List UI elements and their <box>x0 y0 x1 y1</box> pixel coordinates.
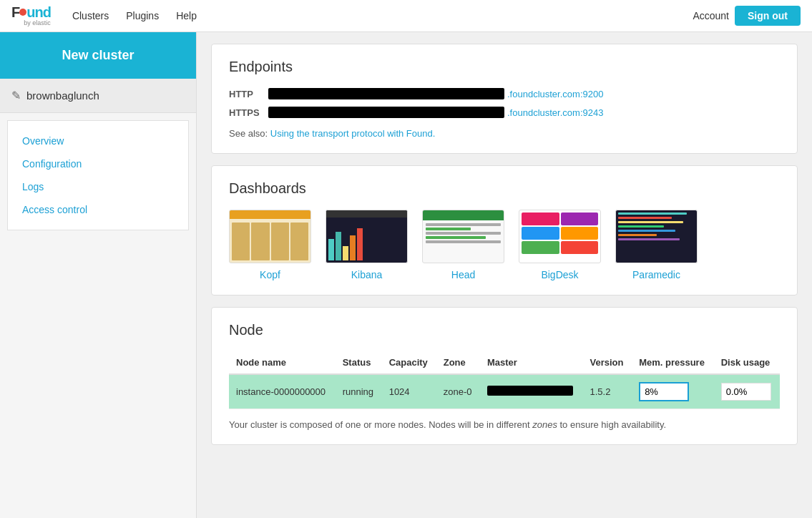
kopf-col3 <box>271 223 289 260</box>
para-line4 <box>618 225 664 228</box>
kopf-col4 <box>290 223 308 260</box>
see-also-link[interactable]: Using the transport protocol with Found. <box>270 128 436 139</box>
node-footer: Your cluster is composed of one or more … <box>229 419 780 430</box>
kopf-col1 <box>232 223 250 260</box>
kopf-thumbnail <box>229 210 311 263</box>
bigdesk-thumbnail <box>519 210 601 263</box>
mem-pressure-input[interactable] <box>639 382 689 401</box>
cluster-icon: ✎ <box>11 89 21 102</box>
kopf-content <box>230 220 310 263</box>
endpoints-card: Endpoints HTTP .foundcluster.com:9200 HT… <box>211 44 798 154</box>
kibana-body <box>326 218 407 263</box>
head-thumbnail <box>422 210 504 263</box>
nav-help[interactable]: Help <box>176 10 197 21</box>
table-row: instance-0000000000 running 1024 zone-0 … <box>229 374 780 409</box>
node-table-body: instance-0000000000 running 1024 zone-0 … <box>229 374 780 409</box>
sidebar-item-overview[interactable]: Overview <box>8 130 188 152</box>
logo-byline: by elastic <box>11 20 51 26</box>
account-link[interactable]: Account <box>693 10 729 21</box>
para-line1 <box>618 212 687 215</box>
endpoints-title: Endpoints <box>229 59 780 75</box>
head-label[interactable]: Head <box>451 269 475 280</box>
col-capacity: Capacity <box>382 351 436 374</box>
bigdesk-box2 <box>561 212 599 225</box>
bigdesk-row1 <box>522 212 598 225</box>
head-line5 <box>426 240 501 243</box>
cell-mem-pressure[interactable] <box>632 374 714 409</box>
paramedic-thumbnail <box>615 210 698 263</box>
head-line3 <box>426 232 501 235</box>
dashboard-paramedic[interactable]: Paramedic <box>615 210 698 280</box>
dashboard-kibana[interactable]: Kibana <box>326 210 408 280</box>
logo-text: Fund <box>11 5 51 19</box>
head-line2 <box>426 228 471 230</box>
nav-plugins[interactable]: Plugins <box>126 10 159 21</box>
kibana-bar3 <box>343 246 348 260</box>
bigdesk-box6 <box>561 241 599 254</box>
cluster-name: brownbaglunch <box>26 89 99 102</box>
header-right: Account Sign out <box>693 6 801 26</box>
kopf-col2 <box>251 223 269 260</box>
bigdesk-row2 <box>522 227 598 240</box>
kibana-bar2 <box>336 232 341 260</box>
para-line2 <box>618 217 672 219</box>
cell-node-name: instance-0000000000 <box>229 374 336 409</box>
layout: New cluster ✎ brownbaglunch Overview Con… <box>0 32 812 518</box>
node-table-header-row: Node name Status Capacity Zone Master Ve… <box>229 351 780 374</box>
master-redacted <box>487 386 573 396</box>
col-status: Status <box>336 351 382 374</box>
sidebar-item-logs[interactable]: Logs <box>8 175 188 198</box>
header-nav: Clusters Plugins Help <box>72 10 693 21</box>
logo-dot-icon <box>19 9 26 16</box>
logo-und: und <box>26 4 51 20</box>
kibana-thumbnail <box>326 210 408 263</box>
logo-f: F <box>11 4 19 20</box>
dashboard-head[interactable]: Head <box>422 210 504 280</box>
bigdesk-box4 <box>561 227 599 240</box>
head-line1 <box>426 223 501 226</box>
https-endpoint-row: HTTPS .foundcluster.com:9243 <box>229 107 780 118</box>
head-line4 <box>426 236 486 239</box>
see-also-prefix: See also: <box>229 128 270 139</box>
bigdesk-box1 <box>522 212 559 225</box>
kibana-label[interactable]: Kibana <box>351 269 383 280</box>
kibana-bar4 <box>350 235 356 260</box>
node-title: Node <box>229 322 780 338</box>
nav-clusters[interactable]: Clusters <box>72 10 109 21</box>
http-url[interactable]: .foundcluster.com:9200 <box>507 89 603 99</box>
dashboards-card: Dashboards Kopf <box>211 165 798 295</box>
disk-usage-input[interactable] <box>721 383 771 401</box>
col-version: Version <box>582 351 632 374</box>
bigdesk-box3 <box>522 227 559 240</box>
dashboards-grid: Kopf Kibana <box>229 210 780 280</box>
cell-disk-usage[interactable] <box>714 374 780 409</box>
kopf-label[interactable]: Kopf <box>260 269 280 280</box>
sidebar-item-configuration[interactable]: Configuration <box>8 152 188 175</box>
http-endpoint-row: HTTP .foundcluster.com:9200 <box>229 88 780 99</box>
paramedic-label[interactable]: Paramedic <box>632 269 680 280</box>
node-table-head: Node name Status Capacity Zone Master Ve… <box>229 351 780 374</box>
dashboard-kopf[interactable]: Kopf <box>229 210 311 280</box>
cell-zone: zone-0 <box>436 374 480 409</box>
dashboard-bigdesk[interactable]: BigDesk <box>519 210 601 280</box>
http-label: HTTP <box>229 89 268 99</box>
para-line6 <box>618 234 657 236</box>
col-node-name: Node name <box>229 351 336 374</box>
new-cluster-button[interactable]: New cluster <box>0 32 196 79</box>
cluster-name-section: ✎ brownbaglunch <box>0 79 196 113</box>
bigdesk-row3 <box>522 241 598 254</box>
signout-button[interactable]: Sign out <box>735 6 801 26</box>
col-master: Master <box>480 351 583 374</box>
kopf-bar <box>230 210 310 219</box>
https-redacted <box>268 107 504 118</box>
col-mem-pressure: Mem. pressure <box>632 351 714 374</box>
logo: Fund by elastic <box>11 5 51 26</box>
node-table: Node name Status Capacity Zone Master Ve… <box>229 351 780 409</box>
https-url[interactable]: .foundcluster.com:9243 <box>507 107 603 118</box>
bigdesk-label[interactable]: BigDesk <box>541 269 578 280</box>
kibana-bar1 <box>328 239 334 260</box>
col-disk-usage: Disk usage <box>714 351 780 374</box>
head-header <box>423 210 504 220</box>
sidebar-item-access-control[interactable]: Access control <box>8 198 188 221</box>
para-line3 <box>618 221 683 223</box>
